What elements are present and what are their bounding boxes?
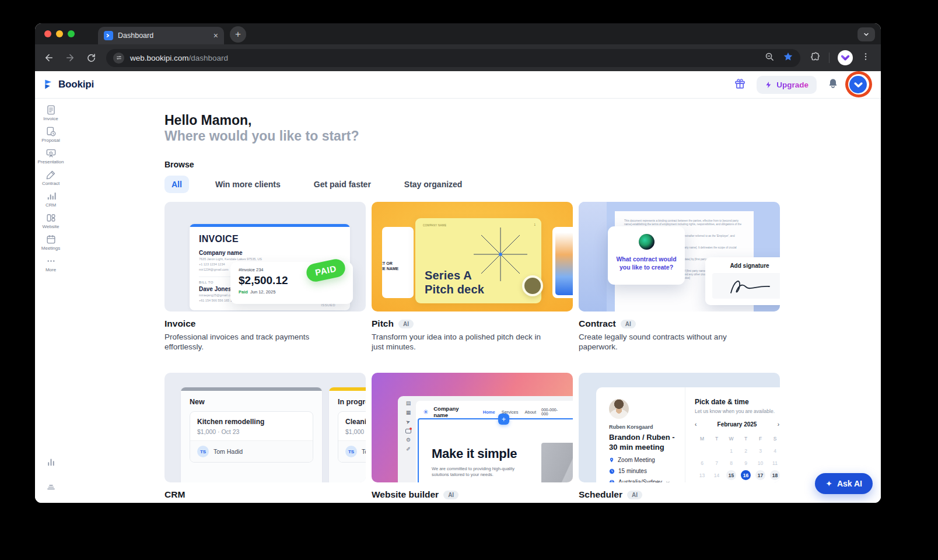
pitch-title-line2: Pitch deck	[425, 283, 484, 296]
zoom-out-icon[interactable]	[765, 52, 775, 64]
ask-ai-button[interactable]: ✦ Ask AI	[815, 473, 873, 494]
calendar-day: 17	[753, 469, 768, 481]
browser-menu-kebab-icon[interactable]	[861, 52, 870, 64]
globe-icon	[609, 480, 615, 483]
calendar-day-header: F	[753, 432, 768, 444]
notifications-bell-icon[interactable]	[827, 78, 839, 92]
browser-profile-avatar[interactable]	[838, 50, 853, 65]
upgrade-label: Upgrade	[776, 80, 808, 89]
back-icon[interactable]	[43, 52, 55, 64]
browser-tab-dashboard[interactable]: Dashboard ×	[98, 27, 224, 44]
tab-title: Dashboard	[118, 32, 209, 40]
url-bar[interactable]: web.bookipi.com/dashboard	[106, 49, 800, 67]
signature-box	[712, 273, 780, 299]
sidebar-item-crm[interactable]: CRM	[35, 191, 66, 208]
crm-person: Tom Hadid	[214, 448, 243, 455]
reload-icon[interactable]	[85, 52, 97, 64]
url-host: web.bookipi.com	[130, 54, 189, 62]
tab-close-icon[interactable]: ×	[214, 32, 218, 40]
card-title: CRM	[164, 489, 185, 500]
layers-icon[interactable]	[47, 482, 55, 494]
bookmark-star-icon[interactable]	[783, 51, 793, 64]
sidebar-item-contract[interactable]: Contract	[35, 169, 66, 186]
pick-date-title: Pick date & time	[695, 398, 780, 406]
host-name: Ruben Korsgaard	[609, 424, 685, 430]
close-window-button[interactable]	[44, 30, 51, 37]
sidebar-item-website[interactable]: Website	[35, 212, 66, 229]
card-website-builder[interactable]: ▤ ▦ ➤ ⚙ ✐ ✳ Company name	[372, 373, 573, 503]
website-company-name: Company name	[433, 405, 473, 418]
sidebar-item-label: Presentation	[38, 159, 64, 164]
sidebar-item-label: More	[46, 267, 56, 272]
host-avatar	[609, 399, 629, 419]
greeting-subtitle: Where would you like to start?	[164, 128, 881, 144]
forward-icon[interactable]	[64, 52, 76, 64]
extensions-icon[interactable]	[810, 51, 821, 65]
pitch-circle-graphic	[522, 275, 543, 296]
calendar-day: 20	[695, 481, 709, 482]
zoom-window-button[interactable]	[68, 30, 75, 37]
lightning-icon	[765, 80, 772, 89]
website-logo-icon: ✳	[423, 408, 428, 416]
filter-tabs: All Win more clients Get paid faster Sta…	[164, 176, 881, 193]
invoice-preview: INVOICE Company name 7635 Jaron Light, K…	[164, 202, 366, 312]
main-content: Hello Mamon, Where would you like to sta…	[35, 99, 881, 503]
account-avatar[interactable]	[849, 76, 867, 93]
card-contract[interactable]: This document represents a binding contr…	[579, 202, 780, 352]
crm-job-title: Cleaning	[345, 418, 366, 426]
calendar-day-header: M	[695, 432, 709, 444]
browser-window: Dashboard × + web.bookipi.com/dashboard	[35, 23, 881, 503]
logo-text: Bookipi	[58, 79, 94, 90]
tab-all[interactable]: All	[164, 176, 189, 193]
bookipi-logo[interactable]: Bookipi	[43, 79, 94, 90]
dashboard-page: Bookipi Upgrade	[35, 71, 881, 503]
calendar-day: 22	[724, 481, 738, 482]
tab-search-chevron-icon[interactable]	[858, 27, 875, 41]
crm-column-title: New	[181, 391, 322, 411]
sidebar-item-invoice[interactable]: Invoice	[35, 104, 66, 121]
toolbar-divider	[829, 52, 830, 63]
tab-win-more-clients[interactable]: Win more clients	[208, 176, 288, 193]
sidebar-item-presentation[interactable]: Presentation	[35, 148, 66, 164]
card-invoice[interactable]: INVOICE Company name 7635 Jaron Light, K…	[164, 202, 366, 352]
sidebar-item-meetings[interactable]: Meetings	[35, 234, 66, 251]
analytics-icon[interactable]	[46, 457, 56, 470]
site-info-icon[interactable]	[113, 52, 124, 64]
contract-preview: This document represents a binding contr…	[579, 202, 780, 312]
sidebar-item-more[interactable]: More	[35, 256, 66, 272]
bookipi-favicon-icon	[104, 31, 113, 40]
card-pitch[interactable]: CT ORRE NAME COMPANY NAME 1 Series APitc…	[372, 202, 573, 352]
chevron-down-icon	[666, 480, 670, 483]
card-scheduler[interactable]: Ruben Korsgaard Brandon / Ruben - 30 min…	[579, 373, 780, 503]
clock-icon	[609, 468, 615, 474]
contract-ai-logo-icon	[639, 234, 654, 250]
contract-question-line1: What contract would	[616, 256, 676, 262]
tab-get-paid-faster[interactable]: Get paid faster	[307, 176, 378, 193]
website-icon	[46, 212, 57, 223]
location-pin-icon	[609, 457, 614, 463]
pitch-left-slide: CT ORRE NAME	[382, 227, 414, 298]
calendar-day: 7	[709, 457, 724, 469]
crm-job-card: Cleaning $1,000 TS Tom Hadid	[338, 411, 366, 463]
gift-icon[interactable]	[734, 78, 746, 92]
calendar-day: 23	[738, 481, 753, 482]
calendar-day: 24	[753, 481, 768, 482]
sidebar-item-proposal[interactable]: Proposal	[35, 126, 66, 143]
card-crm[interactable]: New Kitchen remodelling $1,000 · Oct 23 …	[164, 373, 366, 503]
minimize-window-button[interactable]	[56, 30, 63, 37]
invoice-address: 7635 Jaron Light, Kendale Lakes 97535, U…	[199, 257, 341, 261]
calendar-day: 18	[768, 469, 780, 481]
url-text[interactable]: web.bookipi.com/dashboard	[130, 54, 759, 62]
crm-column-new: New Kitchen remodelling $1,000 · Oct 23 …	[181, 387, 322, 482]
sections-icon: ▦	[406, 410, 411, 415]
upgrade-button[interactable]: Upgrade	[757, 76, 817, 94]
pick-date-subtitle: Let us know when you are available.	[695, 408, 780, 414]
add-signature-label: Add signature	[712, 262, 780, 269]
feature-card-grid: INVOICE Company name 7635 Jaron Light, K…	[164, 202, 881, 503]
new-tab-button[interactable]: +	[230, 26, 246, 43]
pitch-left-text: RE NAME	[382, 267, 398, 271]
sidebar-item-label: Meetings	[41, 246, 60, 251]
ai-badge: AI	[627, 491, 642, 499]
tab-stay-organized[interactable]: Stay organized	[397, 176, 470, 193]
browser-toolbar: web.bookipi.com/dashboard	[35, 44, 881, 71]
